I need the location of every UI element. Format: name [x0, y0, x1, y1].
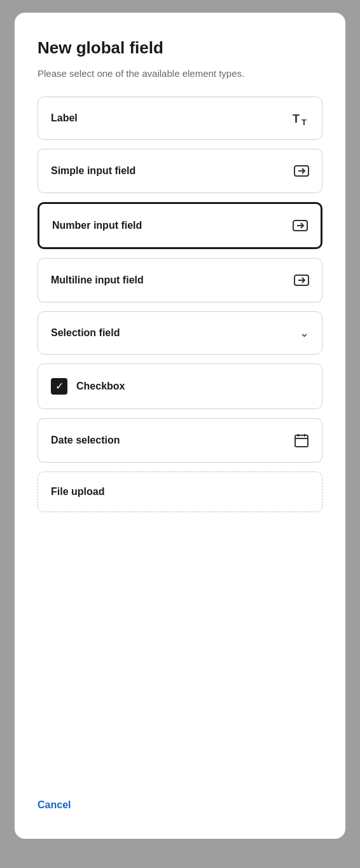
tt-icon: T T [293, 111, 309, 125]
dialog-title: New global field [38, 38, 322, 58]
option-date-selection-text: Date selection [51, 435, 120, 446]
option-checkbox-text: Checkbox [76, 381, 125, 392]
option-selection-field-text: Selection field [51, 327, 120, 339]
checkbox-checked-icon: ✓ [51, 378, 67, 395]
svg-text:T: T [293, 112, 300, 125]
option-multiline-input[interactable]: Multiline input field [38, 258, 322, 302]
option-label[interactable]: Label T T [38, 97, 322, 140]
dialog-subtitle: Please select one of the available eleme… [38, 68, 322, 79]
options-list: Label T T Simple input field Number inp [38, 97, 322, 771]
input-arrow-icon [294, 163, 309, 179]
cancel-button[interactable]: Cancel [38, 797, 71, 813]
calendar-icon [294, 433, 309, 448]
option-checkbox[interactable]: ✓ Checkbox [38, 363, 322, 409]
chevron-down-icon: ⌄ [300, 326, 309, 340]
option-multiline-input-text: Multiline input field [51, 275, 144, 286]
option-date-selection[interactable]: Date selection [38, 418, 322, 463]
option-file-upload[interactable]: File upload [38, 471, 322, 512]
option-simple-input-text: Simple input field [51, 165, 135, 177]
dialog-footer: Cancel [38, 797, 322, 813]
new-global-field-dialog: New global field Please select one of th… [15, 13, 345, 839]
option-number-input[interactable]: Number input field [38, 202, 322, 249]
option-file-upload-text: File upload [51, 486, 104, 498]
option-simple-input[interactable]: Simple input field [38, 149, 322, 193]
multiline-input-arrow-icon [294, 273, 309, 288]
number-input-arrow-icon [293, 218, 308, 233]
svg-rect-8 [295, 435, 308, 447]
option-selection-field[interactable]: Selection field ⌄ [38, 311, 322, 355]
option-number-input-text: Number input field [52, 220, 142, 231]
svg-text:T: T [301, 118, 307, 125]
option-label-text: Label [51, 112, 78, 124]
